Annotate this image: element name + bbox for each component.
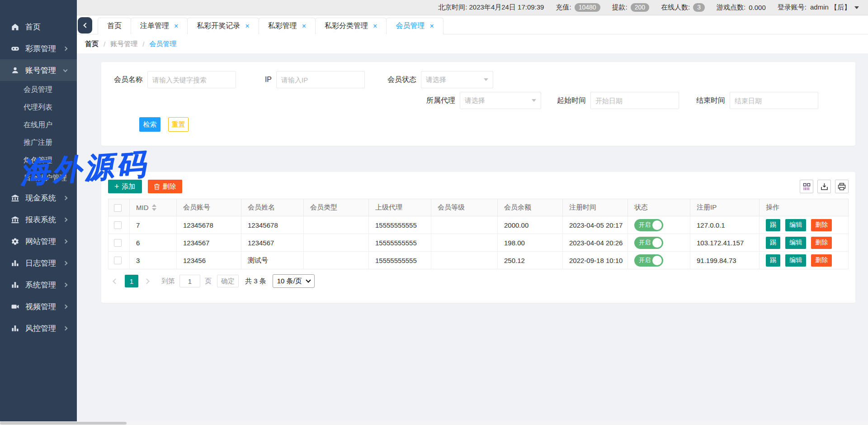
caret-down-icon	[854, 6, 859, 9]
sidebar-item-backend-accounts[interactable]: 后台账户管理	[0, 169, 77, 187]
sidebar-item-risk-admin[interactable]: 风控管理	[0, 317, 77, 339]
agent-select[interactable]: 请选择	[460, 92, 541, 109]
tab-lottery-draw-records[interactable]: 私彩开奖记录×	[187, 18, 259, 34]
close-icon[interactable]: ×	[373, 22, 377, 30]
close-icon[interactable]: ×	[302, 22, 306, 30]
bar-chart-icon	[11, 324, 19, 333]
cell-balance: 250.12	[498, 252, 563, 269]
member-status-label: 会员状态	[384, 75, 416, 85]
add-member-button[interactable]: + 添加	[108, 180, 142, 193]
tab-lottery-category[interactable]: 私彩分类管理×	[315, 18, 387, 34]
horizontal-scrollbar[interactable]	[0, 421, 868, 425]
filter-columns-button[interactable]	[800, 180, 813, 193]
ip-input[interactable]	[276, 71, 365, 88]
cell-type	[304, 234, 369, 252]
page-size-select[interactable]: 10 条/页	[273, 274, 315, 288]
current-page[interactable]: 1	[125, 275, 138, 287]
close-icon[interactable]: ×	[174, 22, 178, 30]
kick-button[interactable]: 踢	[766, 219, 780, 231]
goto-page-input[interactable]	[179, 275, 200, 287]
table-tools	[796, 180, 849, 193]
columns-grid-icon	[803, 183, 811, 191]
cell-name: 12345678	[241, 216, 304, 234]
sidebar-item-label: 首页	[25, 22, 41, 32]
chevron-right-icon	[63, 217, 68, 222]
delete-row-button[interactable]: 删除	[811, 237, 832, 249]
end-date-input[interactable]	[730, 92, 818, 109]
tab-bet-orders[interactable]: 注单管理×	[131, 18, 188, 34]
sidebar-collapse-button[interactable]	[78, 17, 92, 33]
member-status-select[interactable]: 请选择	[421, 71, 493, 88]
cell-account: 123456	[177, 252, 241, 269]
cell-regip: 127.0.0.1	[690, 216, 760, 234]
sidebar-item-agents[interactable]: 代理列表	[0, 99, 77, 116]
sidebar-item-system-admin[interactable]: 系统管理	[0, 274, 77, 296]
goto-label: 到第	[161, 277, 175, 286]
status-toggle[interactable]: 开启	[634, 237, 663, 249]
edit-button[interactable]: 编辑	[785, 219, 806, 231]
status-toggle[interactable]: 开启	[634, 219, 663, 231]
sidebar-item-website-admin[interactable]: 网站管理	[0, 230, 77, 252]
ip-label: IP	[258, 76, 272, 84]
tab-lottery-admin[interactable]: 私彩管理×	[259, 18, 316, 34]
col-name: 会员姓名	[241, 199, 304, 216]
sidebar-item-online-users[interactable]: 在线用户	[0, 116, 77, 134]
bank-icon	[11, 194, 19, 202]
sidebar-item-promo-register[interactable]: 推广注册	[0, 134, 77, 152]
delete-row-button[interactable]: 删除	[811, 254, 832, 267]
status-toggle[interactable]: 开启	[634, 254, 663, 267]
toggle-knob	[652, 220, 662, 230]
edit-button[interactable]: 编辑	[785, 254, 806, 267]
sidebar-item-accounts[interactable]: 账号管理	[0, 59, 77, 81]
gear-icon	[11, 237, 19, 246]
breadcrumb-home[interactable]: 首页	[85, 40, 99, 48]
member-name-input[interactable]	[147, 71, 236, 88]
close-icon[interactable]: ×	[429, 22, 434, 30]
tab-home[interactable]: 首页	[98, 18, 131, 34]
total-count: 共 3 条	[245, 277, 266, 286]
row-checkbox[interactable]	[114, 239, 122, 247]
sidebar-item-label: 现金系统	[25, 193, 56, 203]
toggle-knob	[652, 256, 662, 265]
export-button[interactable]	[817, 180, 831, 193]
search-button[interactable]: 检索	[139, 117, 160, 132]
row-checkbox[interactable]	[114, 257, 122, 264]
sidebar-item-members[interactable]: 会员管理	[0, 81, 77, 99]
stat-withdraw: 提款: 200	[612, 3, 650, 12]
row-checkbox[interactable]	[114, 221, 122, 229]
sort-icon[interactable]	[152, 204, 156, 211]
breadcrumb-current[interactable]: 会员管理	[149, 40, 176, 48]
sidebar-item-log-admin[interactable]: 日志管理	[0, 252, 77, 274]
delete-row-button[interactable]: 删除	[811, 219, 832, 231]
next-page-button[interactable]	[145, 278, 151, 284]
sidebar-item-lottery[interactable]: 彩票管理	[0, 38, 77, 59]
sidebar-item-cash-system[interactable]: 现金系统	[0, 187, 77, 209]
close-icon[interactable]: ×	[245, 22, 249, 30]
kick-button[interactable]: 踢	[766, 237, 780, 249]
filter-row-2: 所属代理 请选择 起始时间 结束时间	[110, 92, 855, 109]
login-account-menu[interactable]: 登录账号: admin 【后】	[778, 3, 859, 12]
sidebar-item-label: 彩票管理	[25, 43, 56, 54]
sidebar-item-video-admin[interactable]: 视频管理	[0, 296, 77, 317]
reset-button[interactable]: 重置	[168, 117, 189, 132]
scrollbar-thumb[interactable]	[0, 422, 127, 425]
goto-confirm-button[interactable]: 确定	[217, 275, 239, 287]
sidebar-item-roles[interactable]: 角色管理	[0, 152, 77, 169]
select-all-checkbox[interactable]	[114, 204, 122, 212]
sidebar-item-report-system[interactable]: 报表系统	[0, 209, 77, 230]
kick-button[interactable]: 踢	[766, 254, 780, 267]
print-button[interactable]	[835, 180, 849, 193]
sidebar-item-home[interactable]: 首页	[0, 16, 77, 38]
start-date-input[interactable]	[590, 92, 679, 109]
tab-members[interactable]: 会员管理×	[386, 18, 443, 34]
stat-game-points: 游戏点数: 0.000	[717, 3, 766, 12]
cell-account: 1234567	[177, 234, 241, 252]
cell-mid: 6	[130, 234, 177, 252]
delete-selected-button[interactable]: 删除	[148, 180, 182, 193]
edit-button[interactable]: 编辑	[785, 237, 806, 249]
prev-page-button[interactable]	[112, 278, 118, 284]
breadcrumb-accounts[interactable]: 账号管理	[110, 40, 137, 48]
sidebar-item-label: 视频管理	[25, 301, 56, 312]
table-row: 7 12345678 12345678 15555555555 2000.00 …	[108, 216, 849, 234]
chevron-right-icon	[63, 282, 68, 287]
